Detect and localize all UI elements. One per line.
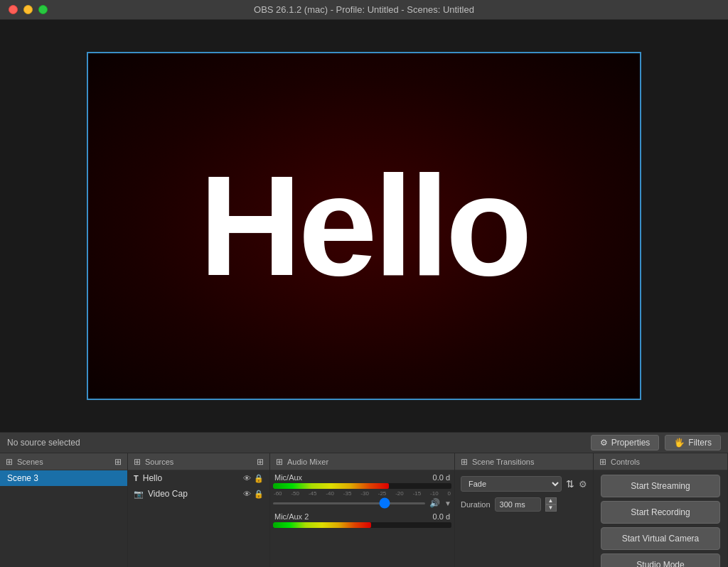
- transitions-add-icon[interactable]: ⊞: [461, 457, 468, 467]
- audio-panel-header: ⊞ Audio Mixer: [270, 453, 454, 470]
- sources-list: T Hello 👁 🔒 📷 Video Cap 👁 🔒: [128, 470, 269, 567]
- scenes-panel: ⊞ Scenes ⊞ Scene 3: [0, 453, 128, 567]
- audio-meter-1-fill: [273, 483, 389, 489]
- volume-slider-1[interactable]: [273, 502, 425, 504]
- audio-channel-2: Mic/Aux 2 0.0 d: [273, 512, 451, 528]
- preview-canvas: Hello: [87, 52, 641, 400]
- audio-channel-1-level: 0.0 d: [433, 473, 450, 482]
- scenes-panel-title: Scenes: [17, 458, 43, 466]
- scenes-options-icon[interactable]: ⊞: [114, 457, 122, 467]
- no-source-label: No source selected: [7, 438, 80, 448]
- duration-down-button[interactable]: ▼: [545, 504, 557, 512]
- transitions-content: Fade ⇅ ⚙ Duration ▲ ▼: [455, 470, 593, 567]
- preview-area: Hello: [0, 20, 728, 432]
- audio-list: Mic/Aux 0.0 d -60 -50 -45 -40 -35 -30 -2…: [270, 470, 454, 567]
- source-lock-icon[interactable]: 🔒: [254, 490, 264, 499]
- audio-channel-2-level: 0.0 d: [433, 512, 450, 521]
- controls-wrapper: ⊞ Controls Start Streaming Start Recordi…: [594, 453, 728, 567]
- audio-channel-1-name: Mic/Aux: [274, 473, 302, 482]
- controls-panel: Start Streaming Start Recording Start Vi…: [594, 470, 727, 567]
- sources-panel-header: ⊞ Sources ⊞: [128, 453, 269, 470]
- source-item[interactable]: 📷 Video Cap 👁 🔒: [128, 486, 269, 502]
- audio-meter-labels: -60 -50 -45 -40 -35 -30 -25 -20 -15 -10 …: [273, 490, 451, 497]
- source-lock-icon[interactable]: 🔒: [254, 474, 264, 483]
- close-button[interactable]: [9, 5, 18, 14]
- source-item[interactable]: T Hello 👁 🔒: [128, 470, 269, 486]
- scenes-list: Scene 3: [0, 470, 127, 567]
- duration-spin: ▲ ▼: [545, 497, 557, 512]
- audio-mixer-panel: ⊞ Audio Mixer Mic/Aux 0.0 d -60 -50: [270, 453, 455, 567]
- source-label: Video Cap: [148, 489, 188, 499]
- scene-item[interactable]: Scene 3: [0, 470, 127, 486]
- sources-panel: ⊞ Sources ⊞ T Hello 👁 🔒 📷 Video Cap: [128, 453, 270, 567]
- source-label: Hello: [143, 473, 162, 483]
- source-eye-icon[interactable]: 👁: [243, 474, 251, 483]
- text-source-icon: T: [134, 474, 139, 482]
- controls-panel-header: ⊞ Controls: [594, 453, 727, 470]
- window-controls[interactable]: [9, 5, 48, 14]
- audio-channel-1: Mic/Aux 0.0 d -60 -50 -45 -40 -35 -30 -2…: [273, 473, 451, 508]
- audio-meter-2-bg: [273, 522, 451, 528]
- audio-channel-2-header: Mic/Aux 2 0.0 d: [273, 512, 451, 521]
- properties-button[interactable]: ⚙ Properties: [591, 435, 660, 450]
- maximize-button[interactable]: [38, 5, 48, 14]
- start-streaming-button[interactable]: Start Streaming: [601, 475, 720, 497]
- window-title: OBS 26.1.2 (mac) - Profile: Untitled - S…: [254, 4, 474, 15]
- studio-mode-button[interactable]: Studio Mode: [601, 554, 720, 567]
- duration-input[interactable]: [495, 497, 541, 512]
- duration-row: Duration ▲ ▼: [461, 497, 587, 512]
- audio-channel-2-name: Mic/Aux 2: [274, 512, 309, 521]
- filters-label: Filters: [688, 438, 712, 448]
- audio-channel-1-header: Mic/Aux 0.0 d: [273, 473, 451, 482]
- sources-add-icon[interactable]: ⊞: [134, 457, 141, 467]
- transitions-panel: ⊞ Scene Transitions Fade ⇅ ⚙ Duration ▲ …: [455, 453, 594, 567]
- speaker-icon: 🔊: [429, 498, 440, 508]
- properties-label: Properties: [611, 438, 651, 448]
- duration-up-button[interactable]: ▲: [545, 497, 557, 504]
- scenes-add-icon[interactable]: ⊞: [6, 457, 13, 467]
- bottom-area: No source selected ⚙ Properties 🖐 Filter…: [0, 432, 728, 567]
- status-bar: No source selected ⚙ Properties 🖐 Filter…: [0, 432, 728, 453]
- transitions-panel-header: ⊞ Scene Transitions: [455, 453, 593, 470]
- controls-panel-title: Controls: [611, 458, 640, 466]
- audio-channel-1-controls: 🔊 ▼: [273, 498, 451, 508]
- audio-add-icon[interactable]: ⊞: [276, 457, 283, 467]
- audio-panel-title: Audio Mixer: [287, 458, 328, 466]
- sources-options-icon[interactable]: ⊞: [257, 457, 264, 467]
- sources-panel-title: Sources: [145, 458, 173, 466]
- preview-hello-text: Hello: [199, 144, 529, 308]
- start-recording-button[interactable]: Start Recording: [601, 501, 720, 524]
- minimize-button[interactable]: [23, 5, 33, 14]
- transition-gear-icon[interactable]: ⚙: [579, 479, 587, 490]
- audio-menu-icon[interactable]: ▼: [444, 500, 451, 507]
- panels-row: ⊞ Scenes ⊞ Scene 3 ⊞ Sources ⊞ T Hello 👁: [0, 453, 728, 567]
- transition-row: Fade ⇅ ⚙: [461, 476, 587, 492]
- transition-updown-icon: ⇅: [566, 478, 574, 490]
- source-controls: 👁 🔒: [243, 490, 264, 499]
- scenes-panel-header: ⊞ Scenes ⊞: [0, 453, 127, 470]
- start-virtual-camera-button[interactable]: Start Virtual Camera: [601, 527, 720, 550]
- filters-button[interactable]: 🖐 Filters: [665, 435, 721, 450]
- audio-meter-1-bg: [273, 483, 451, 489]
- audio-meter-2-fill: [273, 522, 371, 528]
- controls-add-icon[interactable]: ⊞: [599, 457, 606, 467]
- title-bar: OBS 26.1.2 (mac) - Profile: Untitled - S…: [0, 0, 728, 20]
- filter-icon: 🖐: [674, 438, 685, 448]
- source-controls: 👁 🔒: [243, 474, 264, 483]
- source-eye-icon[interactable]: 👁: [243, 490, 251, 499]
- transition-select[interactable]: Fade: [461, 476, 562, 492]
- transitions-panel-title: Scene Transitions: [472, 458, 534, 466]
- duration-label: Duration: [461, 500, 491, 509]
- video-source-icon: 📷: [134, 490, 144, 499]
- gear-icon: ⚙: [600, 438, 608, 448]
